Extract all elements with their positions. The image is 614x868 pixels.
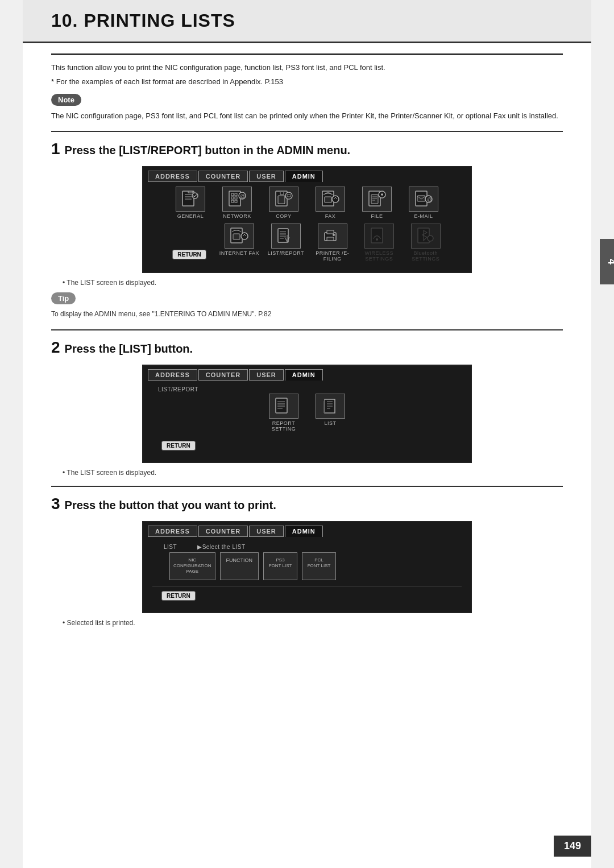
printer-efiling-icon-img	[318, 224, 347, 249]
report-setting-icon	[273, 397, 294, 415]
return-button-1[interactable]: RETURN	[172, 250, 206, 259]
tab-user-2[interactable]: USER	[249, 369, 284, 381]
step-2-tabs: ADDRESS COUNTER USER ADMIN	[143, 366, 471, 381]
top-rule	[51, 53, 563, 55]
step-1-screen: ADDRESS COUNTER USER ADMIN	[142, 166, 472, 273]
svg-rect-9	[235, 197, 237, 199]
fax-label: FAX	[325, 213, 336, 219]
svg-point-4	[192, 193, 198, 199]
bluetooth-icon	[416, 227, 436, 245]
page-title: 10. PRINTING LISTS	[51, 10, 563, 31]
file-icon	[367, 190, 387, 208]
copy-label: COPY	[276, 213, 292, 219]
tab-user-1[interactable]: USER	[249, 171, 284, 182]
intro-note: * For the examples of each list format a…	[51, 76, 563, 88]
icon-file[interactable]: FILE	[356, 187, 397, 219]
copy-icon	[273, 190, 294, 208]
section-rule-3	[51, 486, 563, 487]
tab-counter-1[interactable]: COUNTER	[198, 171, 248, 182]
file-icon-img	[362, 187, 392, 212]
step-1-icon-row-1: GENERAL @	[152, 187, 462, 219]
svg-point-46	[376, 238, 378, 241]
svg-text:@: @	[240, 193, 245, 199]
svg-rect-0	[182, 191, 194, 206]
tab-address-3[interactable]: ADDRESS	[148, 526, 197, 537]
list-icon-img	[316, 394, 345, 419]
list-label: LIST	[324, 420, 336, 426]
list-icon	[320, 397, 341, 415]
svg-rect-28	[417, 196, 425, 201]
step-3-heading: 3 Press the button that you want to prin…	[51, 495, 563, 513]
tab-counter-2[interactable]: COUNTER	[198, 369, 248, 381]
svg-rect-8	[231, 197, 234, 199]
section-rule-1	[51, 131, 563, 132]
step-3-screen: ADDRESS COUNTER USER ADMIN LIST ▶Select …	[142, 521, 472, 613]
btn-function[interactable]: FUNCTION	[220, 552, 259, 580]
tab-admin-1[interactable]: ADMIN	[285, 171, 323, 182]
tab-admin-2[interactable]: ADMIN	[285, 369, 323, 381]
fax-icon	[320, 190, 341, 208]
icon-network[interactable]: @ NETWORK	[217, 187, 258, 219]
step-1-tabs: ADDRESS COUNTER USER ADMIN	[143, 167, 471, 182]
network-icon: @	[227, 190, 247, 208]
step-3-number: 3	[51, 495, 60, 513]
tab-counter-3[interactable]: COUNTER	[198, 526, 248, 537]
wireless-icon	[369, 227, 389, 245]
icon-bluetooth: Bluetooth SETTINGS	[405, 224, 446, 262]
tab-address-1[interactable]: ADDRESS	[148, 171, 197, 182]
icon-copy[interactable]: COPY	[263, 187, 304, 219]
btn-pcl-font[interactable]: PCLFONT LIST	[302, 552, 336, 580]
svg-rect-7	[235, 193, 237, 196]
svg-rect-6	[231, 193, 234, 196]
list-report-icon-img	[271, 224, 301, 249]
report-setting-label: REPORT SETTING	[263, 420, 304, 432]
icon-report-setting[interactable]: REPORT SETTING	[263, 394, 304, 432]
tab-admin-3[interactable]: ADMIN	[285, 526, 323, 537]
svg-rect-11	[235, 200, 237, 202]
icon-fax[interactable]: FAX	[310, 187, 351, 219]
step-1-heading: 1 Press the [LIST/REPORT] button in the …	[51, 140, 563, 158]
step-3-bullet: • Selected list is printed.	[63, 619, 563, 627]
network-label: NETWORK	[223, 213, 251, 219]
step-1-text: Press the [LIST/REPORT] button in the AD…	[65, 144, 351, 157]
note-label: Note	[58, 96, 74, 104]
tab-address-2[interactable]: ADDRESS	[148, 369, 197, 381]
general-icon-img	[176, 187, 205, 212]
icon-email[interactable]: @ E-MAIL	[403, 187, 444, 219]
internet-fax-label: INTERNET FAX	[219, 250, 259, 256]
svg-rect-17	[287, 195, 291, 197]
icon-internet-fax[interactable]: INTERNET FAX	[219, 224, 260, 262]
tip-text: To display the ADMIN menu, see "1.ENTERI…	[51, 309, 563, 320]
step-2-icons-area: LIST/REPORT REPORT SETTING	[143, 381, 471, 462]
printer-efiling-icon	[322, 227, 343, 245]
step-1-bullet: • The LIST screen is displayed.	[63, 279, 563, 287]
svg-rect-22	[371, 195, 378, 204]
icon-general[interactable]: GENERAL	[170, 187, 211, 219]
svg-rect-10	[231, 200, 234, 202]
svg-point-48	[428, 235, 433, 241]
svg-rect-15	[278, 196, 285, 204]
email-icon: @	[413, 190, 434, 208]
icon-list[interactable]: LIST	[310, 394, 351, 432]
step-3-breadcrumb: LIST	[158, 543, 182, 551]
list-report-label: LIST/REPORT	[268, 250, 304, 256]
step-1-icons-area: GENERAL @	[143, 182, 471, 272]
step-3-text: Press the button that you want to print.	[65, 499, 276, 512]
icon-list-report[interactable]: LIST/REPORT	[265, 224, 306, 262]
return-button-3[interactable]: RETURN	[161, 591, 196, 601]
step-2-text: Press the [LIST] button.	[65, 342, 193, 356]
svg-text:@: @	[427, 197, 432, 202]
svg-rect-43	[327, 237, 334, 241]
general-icon	[180, 190, 201, 208]
list-report-icon	[276, 227, 296, 245]
tip-label: Tip	[58, 294, 69, 303]
return-button-2[interactable]: RETURN	[161, 441, 196, 450]
step-3-icons-area: LIST ▶Select the LIST NICCONFIGURATIONPA…	[143, 537, 471, 612]
return-area-1: RETURN	[168, 224, 211, 262]
network-icon-img: @	[222, 187, 252, 212]
tab-user-3[interactable]: USER	[249, 526, 284, 537]
btn-nic-config[interactable]: NICCONFIGURATIONPAGE	[169, 552, 215, 580]
btn-ps3-font[interactable]: PS3FONT LIST	[263, 552, 297, 580]
icon-printer-efiling[interactable]: PRINTER /E-FILING	[312, 224, 353, 262]
note-badge: Note	[51, 94, 81, 106]
